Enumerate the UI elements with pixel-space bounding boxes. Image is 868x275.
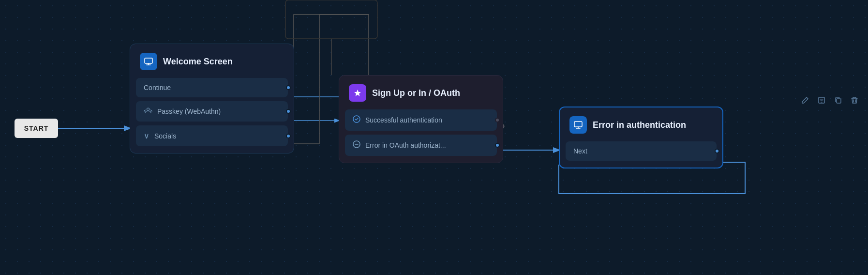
welcome-node-icon [140,53,157,70]
welcome-node: Welcome Screen Continue Passkey (WebAu [130,44,294,153]
error-node-title: Error in authentication [593,120,686,130]
svg-rect-7 [837,99,841,103]
filter-icon[interactable] [816,94,827,108]
welcome-node-title: Welcome Screen [163,57,233,67]
start-node[interactable]: START [15,119,58,138]
signup-success-label: Successful authentication [365,116,442,124]
start-label: START [24,124,49,132]
welcome-socials-label: Socials [154,132,176,140]
error-node-header: Error in authentication [560,107,722,141]
welcome-node-body: Continue Passkey (WebAuthn) ∨ [130,78,294,153]
welcome-passkey-dot [286,109,291,114]
welcome-passkey-label: Passkey (WebAuthn) [157,107,221,115]
welcome-continue-label: Continue [144,84,171,92]
welcome-node-header: Welcome Screen [130,44,294,78]
error-node: Error in authentication Next [559,107,723,168]
welcome-continue-dot [286,85,291,90]
signup-success-dot [495,118,500,122]
welcome-passkey-row[interactable]: Passkey (WebAuthn) [136,101,288,122]
error-icon [353,140,360,150]
signup-error-label: Error in OAuth authorizat... [365,141,446,149]
passkey-icon [144,107,152,116]
canvas: START Welcome Screen Continue [0,0,868,275]
error-next-row[interactable]: Next [566,141,717,161]
signup-node-icon [349,84,366,102]
signup-node-header: Sign Up or In / OAuth [339,76,503,109]
svg-rect-1 [285,0,377,39]
edit-icon[interactable] [799,94,811,108]
signup-error-row[interactable]: Error in OAuth authorizat... [345,135,497,156]
socials-chevron-icon: ∨ [144,131,150,140]
svg-rect-2 [145,58,152,63]
welcome-continue-row[interactable]: Continue [136,78,288,97]
welcome-socials-row[interactable]: ∨ Socials [136,125,288,146]
success-icon [353,115,360,125]
copy-icon[interactable] [832,94,844,108]
svg-rect-5 [574,122,582,127]
signup-node-body: Successful authentication Error in OAuth… [339,109,503,163]
error-node-icon [569,116,587,134]
signup-node: Sign Up or In / OAuth Successful authent… [339,75,503,163]
error-next-label: Next [573,147,587,155]
signup-success-row[interactable]: Successful authentication [345,109,497,131]
error-next-dot [715,149,719,153]
signup-error-dot [495,143,500,148]
error-node-body: Next [560,141,722,168]
toolbar [799,94,860,108]
welcome-socials-dot [286,134,291,138]
signup-node-title: Sign Up or In / OAuth [372,88,460,98]
delete-icon[interactable] [849,94,860,108]
